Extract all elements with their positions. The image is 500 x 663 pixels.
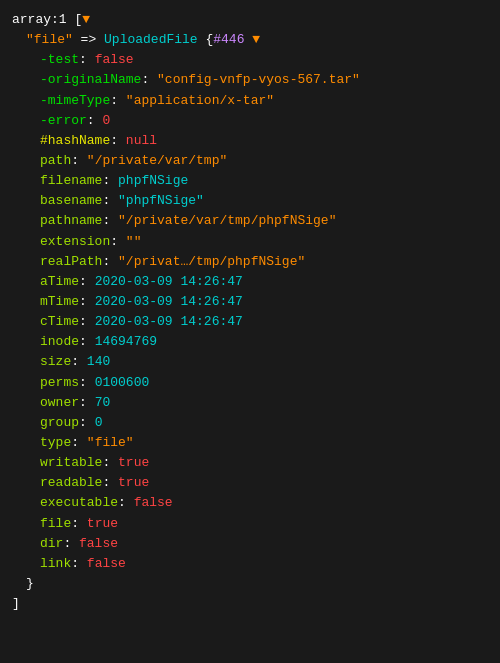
code-token: "application/x-tar" xyxy=(126,91,274,111)
code-token: pathname xyxy=(40,211,102,231)
code-token: : xyxy=(102,473,118,493)
code-token: filename xyxy=(40,171,102,191)
code-token: -mimeType xyxy=(40,91,110,111)
code-line: executable: false xyxy=(12,493,488,513)
code-token: perms xyxy=(40,373,79,393)
code-token: "/privat…/tmp/phpfNSige" xyxy=(118,252,305,272)
code-token: 0 xyxy=(102,111,110,131)
code-token: size xyxy=(40,352,71,372)
code-token: : xyxy=(141,70,157,90)
code-token: mTime xyxy=(40,292,79,312)
code-token: false xyxy=(79,534,118,554)
code-line: -mimeType: "application/x-tar" xyxy=(12,91,488,111)
code-token: -originalName xyxy=(40,70,141,90)
code-token: ▼ xyxy=(244,30,260,50)
code-line: cTime: 2020-03-09 14:26:47 xyxy=(12,312,488,332)
code-token: : xyxy=(71,352,87,372)
code-line: filename: phpfNSige xyxy=(12,171,488,191)
code-token: false xyxy=(87,554,126,574)
code-token: true xyxy=(118,473,149,493)
code-token: : xyxy=(71,554,87,574)
code-token: readable xyxy=(40,473,102,493)
code-token: : xyxy=(110,232,126,252)
code-token: "" xyxy=(126,232,142,252)
code-token: } xyxy=(26,574,34,594)
code-token: type xyxy=(40,433,71,453)
code-output: array:1 [▼"file" => UploadedFile {#446 ▼… xyxy=(12,10,488,614)
code-token: true xyxy=(87,514,118,534)
code-token: : xyxy=(63,534,79,554)
code-token: "file" xyxy=(26,30,73,50)
code-token: owner xyxy=(40,393,79,413)
code-token: : xyxy=(102,171,118,191)
code-token: aTime xyxy=(40,272,79,292)
code-token: true xyxy=(118,453,149,473)
code-token: realPath xyxy=(40,252,102,272)
code-line: "file" => UploadedFile {#446 ▼ xyxy=(12,30,488,50)
code-token: inode xyxy=(40,332,79,352)
code-token: 70 xyxy=(95,393,111,413)
code-token: 2020-03-09 14:26:47 xyxy=(95,312,243,332)
code-token: 140 xyxy=(87,352,110,372)
code-line: array:1 [▼ xyxy=(12,10,488,30)
code-line: mTime: 2020-03-09 14:26:47 xyxy=(12,292,488,312)
code-token: "phpfNSige" xyxy=(118,191,204,211)
code-line: inode: 14694769 xyxy=(12,332,488,352)
code-token: "config-vnfp-vyos-567.tar" xyxy=(157,70,360,90)
code-token: UploadedFile xyxy=(104,30,198,50)
code-token: file xyxy=(40,514,71,534)
code-token: -test xyxy=(40,50,79,70)
code-line: group: 0 xyxy=(12,413,488,433)
code-token: basename xyxy=(40,191,102,211)
code-line: ] xyxy=(12,594,488,614)
code-line: file: true xyxy=(12,514,488,534)
code-token: "file" xyxy=(87,433,134,453)
code-token: : xyxy=(79,373,95,393)
code-line: basename: "phpfNSige" xyxy=(12,191,488,211)
code-line: perms: 0100600 xyxy=(12,373,488,393)
code-line: readable: true xyxy=(12,473,488,493)
code-token: "/private/var/tmp" xyxy=(87,151,227,171)
code-token: : xyxy=(79,413,95,433)
code-line: -test: false xyxy=(12,50,488,70)
code-line: size: 140 xyxy=(12,352,488,372)
code-line: #hashName: null xyxy=(12,131,488,151)
code-line: realPath: "/privat…/tmp/phpfNSige" xyxy=(12,252,488,272)
code-token: null xyxy=(126,131,157,151)
code-token: #446 xyxy=(213,30,244,50)
code-line: dir: false xyxy=(12,534,488,554)
code-token: -error xyxy=(40,111,87,131)
code-token: : xyxy=(79,393,95,413)
code-token: ▼ xyxy=(82,10,90,30)
code-token: : xyxy=(79,272,95,292)
code-line: type: "file" xyxy=(12,433,488,453)
code-token: group xyxy=(40,413,79,433)
code-token: ] xyxy=(12,594,20,614)
code-token: : xyxy=(87,111,103,131)
code-token: 0 xyxy=(95,413,103,433)
code-token: : xyxy=(118,493,134,513)
code-line: pathname: "/private/var/tmp/phpfNSige" xyxy=(12,211,488,231)
code-line: } xyxy=(12,574,488,594)
code-token: : xyxy=(79,50,95,70)
code-line: extension: "" xyxy=(12,232,488,252)
code-token: : xyxy=(102,453,118,473)
code-token: { xyxy=(198,30,214,50)
code-token: cTime xyxy=(40,312,79,332)
code-token: writable xyxy=(40,453,102,473)
code-line: owner: 70 xyxy=(12,393,488,413)
code-token: : xyxy=(79,312,95,332)
code-token: 2020-03-09 14:26:47 xyxy=(95,272,243,292)
code-token: 14694769 xyxy=(95,332,157,352)
code-token: false xyxy=(95,50,134,70)
code-token: : xyxy=(110,91,126,111)
code-line: -error: 0 xyxy=(12,111,488,131)
code-token: : xyxy=(102,211,118,231)
code-token: extension xyxy=(40,232,110,252)
code-token: "/private/var/tmp/phpfNSige" xyxy=(118,211,336,231)
code-token: 2020-03-09 14:26:47 xyxy=(95,292,243,312)
code-token: 0100600 xyxy=(95,373,150,393)
code-token: : xyxy=(79,292,95,312)
code-token: path xyxy=(40,151,71,171)
code-token: array:1 [ xyxy=(12,10,82,30)
